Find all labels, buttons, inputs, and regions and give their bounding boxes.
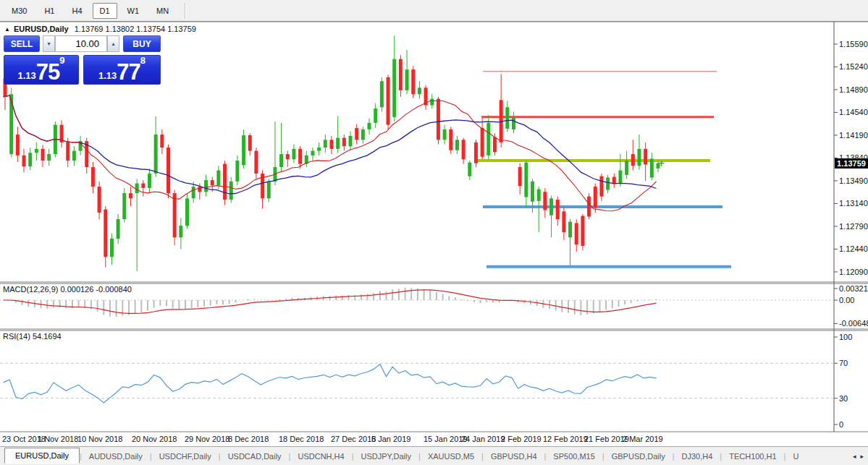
tab-xauusd-m5[interactable]: XAUUSD,M5 (421, 449, 481, 464)
tab-usdchf-daily[interactable]: USDCHF,Daily (152, 449, 219, 464)
rsi-indicator-label: RSI(14) 54.1694 (3, 332, 62, 341)
tab-usdcad-daily[interactable]: USDCAD,Daily (221, 449, 289, 464)
date-axis-label: 5 Jan 2019 (371, 435, 410, 443)
date-axis-label: 18 Dec 2018 (279, 435, 324, 443)
rsi-axis-label: 0 (839, 420, 843, 429)
price-axis-label: 1.15240 (839, 62, 868, 71)
chart-area: + ▲EURUSD,Daily1.13769 1.13802 1.13754 1… (0, 22, 868, 446)
volume-increase-button[interactable]: ▴ (107, 35, 119, 52)
chart-ohlc-values: 1.13769 1.13802 1.13754 1.13759 (75, 25, 196, 33)
buy-price-display[interactable]: 1.13778 (83, 55, 161, 85)
date-axis-label: 12 Feb 2019 (543, 435, 588, 443)
price-axis-label: 1.12790 (839, 222, 868, 231)
date-axis-label: 27 Dec 2018 (331, 435, 376, 443)
tab-u[interactable]: U (785, 449, 806, 464)
price-axis-label: 1.13840 (839, 153, 868, 162)
sell-price-sup: 9 (59, 56, 64, 66)
tab-gbpusd-h4[interactable]: GBPUSD,H4 (484, 449, 544, 464)
down-arrow-icon: ▾ (47, 40, 50, 47)
sell-price-big: 75 (36, 61, 59, 83)
tab-sp500-m15[interactable]: SP500,M15 (546, 449, 602, 464)
rsi-axis-label: 30 (839, 394, 848, 403)
price-axis-label: 1.15590 (839, 40, 868, 48)
date-axis-label: 8 Dec 2018 (228, 435, 269, 443)
date-axis-label: 2 Mar 2019 (623, 435, 663, 443)
macd-indicator-label: MACD(12,26,9) 0.000126 -0.000840 (3, 285, 132, 294)
tab-dj30-h4[interactable]: DJ30,H4 (675, 449, 720, 464)
price-axis-label: 1.12440 (839, 244, 868, 253)
tab-scroll-left-icon[interactable]: ◂ (851, 451, 859, 461)
date-axis-label: 10 Nov 2018 (77, 435, 122, 443)
volume-decrease-button[interactable]: ▾ (43, 35, 55, 52)
date-axis-label: 24 Jan 2019 (461, 435, 505, 443)
volume-field[interactable]: 10.00 (55, 35, 107, 52)
current-bar-marker-icon: + (657, 158, 665, 168)
sell-button[interactable]: SELL (4, 35, 40, 52)
buy-price-sup: 8 (140, 56, 146, 66)
price-axis-label: 1.12090 (839, 268, 868, 276)
tab-usdjpy-daily[interactable]: USDJPY,Daily (354, 449, 419, 464)
chart-title: ▲EURUSD,Daily1.13769 1.13802 1.13754 1.1… (4, 25, 196, 33)
chart-symbol-label: EURUSD,Daily (14, 25, 69, 33)
price-axis-label: 1.14190 (839, 131, 868, 140)
price-axis-label: 1.14540 (839, 108, 868, 116)
date-axis-label: 1 Nov 2018 (38, 435, 78, 443)
sell-price-display[interactable]: 1.13759 (4, 55, 79, 85)
buy-price-big: 77 (117, 61, 140, 83)
date-axis-label: 20 Nov 2018 (132, 435, 177, 443)
price-axis-label: 1.14890 (839, 85, 868, 94)
date-axis-label: 29 Nov 2018 (185, 435, 229, 443)
rsi-axis-label: 70 (839, 359, 848, 367)
tab-scroll-right-icon[interactable]: ▸ (858, 451, 866, 461)
buy-price-prefix: 1.13 (98, 69, 117, 83)
up-arrow-icon: ▴ (111, 40, 114, 47)
rsi-axis-label: 100 (839, 333, 852, 341)
buy-button[interactable]: BUY (123, 35, 161, 52)
chart-tab-bar: EURUSD,Daily|AUDUSD,Daily|USDCHF,Daily|U… (0, 446, 868, 465)
date-axis-label: 2 Feb 2019 (501, 435, 542, 443)
sell-price-prefix: 1.13 (17, 69, 35, 83)
macd-axis-label: 0.00 (839, 296, 854, 304)
tab-audusd-daily[interactable]: AUDUSD,Daily (82, 449, 150, 464)
tab-gbpusd-daily[interactable]: GBPUSD,Daily (604, 449, 673, 464)
price-axis-label: 1.13140 (839, 199, 868, 208)
chart-collapse-icon[interactable]: ▲ (4, 26, 10, 33)
macd-axis-label: 0.003216 (839, 284, 868, 293)
tab-tech100-h1[interactable]: TECH100,H1 (722, 449, 783, 464)
trade-panel: SELL ▾ 10.00 ▴ BUY 1.13759 1.13778 (4, 35, 161, 85)
price-axis-label: 1.13490 (839, 176, 868, 185)
tab-usdcnh-h4[interactable]: USDCNH,H4 (290, 449, 351, 464)
mt4-window: M30H1H4D1W1MN + ▲EURUSD,Daily1.13769 1.1… (0, 0, 868, 465)
tab-eurusd-daily[interactable]: EURUSD,Daily (4, 448, 80, 464)
macd-axis-label: -0.006485 (839, 319, 868, 328)
